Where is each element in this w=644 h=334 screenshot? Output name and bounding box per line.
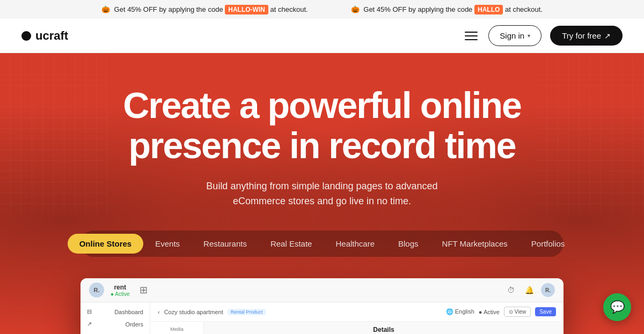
orders-icon: ↗: [87, 321, 92, 328]
header: ucraft Sign in ▾ Try for free ↗: [0, 19, 644, 53]
app-store-name: rent: [111, 284, 130, 291]
hero-section: Create a powerful online presence in rec…: [0, 53, 644, 334]
form-title: Details: [208, 326, 559, 333]
try-free-label: Try for free: [562, 31, 601, 40]
app-header-left: R. rent ● Active ⊞: [89, 283, 151, 298]
app-form-area: Media Details Booking Info Filter for re…: [150, 322, 564, 334]
hero-title: Create a powerful online presence in rec…: [107, 85, 537, 166]
sidebar-item-orders[interactable]: ↗ Orders: [80, 318, 150, 330]
tab-online-stores[interactable]: Online Stores: [68, 234, 144, 254]
chat-icon: 💬: [610, 300, 625, 314]
breadcrumb-actions: 🌐 English ● Active ⊙ View Save: [446, 307, 556, 317]
status-selector[interactable]: ● Active: [479, 309, 500, 315]
app-header: R. rent ● Active ⊞ ⏱ 🔔 R.: [80, 278, 564, 302]
form-sidebar-media[interactable]: Media: [153, 325, 200, 333]
sidebar-dashboard-label: Dashboard: [114, 309, 143, 315]
app-sidebar: ⊟ Dashboard ↗ Orders ◈ Products ⊞ Item M…: [80, 302, 150, 334]
app-store-avatar: R.: [89, 283, 104, 298]
category-tabs: Online Stores Events Restaurants Real Es…: [80, 231, 564, 257]
tab-nft-marketplaces[interactable]: NFT Marketplaces: [430, 234, 519, 254]
tab-restaurants[interactable]: Restaurants: [192, 234, 259, 254]
app-preview: R. rent ● Active ⊞ ⏱ 🔔 R. ⊟ Dashboard: [80, 278, 564, 334]
sidebar-orders-label: Orders: [125, 321, 143, 328]
hamburger-line-2: [465, 35, 478, 36]
logo-text: ucraft: [35, 29, 68, 43]
app-content: ⊟ Dashboard ↗ Orders ◈ Products ⊞ Item M…: [80, 302, 564, 334]
menu-button[interactable]: [463, 29, 480, 42]
promo-banner: 🎃 Get 45% OFF by applying the code HALLO…: [0, 0, 644, 19]
hamburger-line-1: [465, 32, 478, 33]
promo-text-1: 🎃 Get 45% OFF by applying the code HALLO…: [101, 5, 308, 13]
lang-selector[interactable]: 🌐 English: [446, 308, 474, 315]
bell-icon[interactable]: 🔔: [523, 284, 536, 296]
chevron-down-icon: ▾: [528, 33, 530, 39]
app-store-info: rent ● Active: [111, 284, 130, 297]
tab-portfolios[interactable]: Portfolios: [519, 234, 577, 254]
tab-healthcare[interactable]: Healthcare: [324, 234, 386, 254]
clock-icon[interactable]: ⏱: [504, 284, 517, 296]
arrow-icon: ↗: [604, 32, 611, 40]
sidebar-item-products[interactable]: ◈ Products: [80, 330, 150, 334]
tab-events[interactable]: Events: [143, 234, 192, 254]
promo-emoji-1: 🎃: [101, 5, 110, 13]
product-badge: Rental Product: [228, 309, 266, 315]
sidebar-item-dashboard[interactable]: ⊟ Dashboard: [80, 306, 150, 318]
sign-in-button[interactable]: Sign in ▾: [488, 25, 541, 46]
try-free-button[interactable]: Try for free ↗: [550, 26, 623, 46]
sign-in-label: Sign in: [500, 31, 524, 40]
dashboard-icon: ⊟: [87, 308, 92, 315]
promo-emoji-2: 🎃: [351, 5, 360, 13]
app-grid-icon[interactable]: ⊞: [136, 283, 151, 298]
app-main: ‹ Cozy studio apartment Rental Product 🌐…: [150, 302, 564, 334]
promo-code-1: HALLO-WIN: [225, 5, 268, 14]
header-actions: Sign in ▾ Try for free ↗: [463, 25, 623, 46]
logo-icon: [21, 31, 31, 41]
tab-real-estate[interactable]: Real Estate: [259, 234, 324, 254]
tab-blogs[interactable]: Blogs: [386, 234, 430, 254]
chat-button[interactable]: 💬: [603, 293, 631, 321]
app-user-avatar[interactable]: R.: [541, 283, 555, 297]
view-button[interactable]: ⊙ View: [504, 307, 531, 317]
breadcrumb-back-icon: ‹: [158, 309, 160, 315]
promo-text-2: 🎃 Get 45% OFF by applying the code HALLO…: [351, 5, 543, 13]
app-form-sidebar: Media Details Booking Info Filter for re…: [150, 322, 204, 334]
app-form-main: Details * Name (en) * Price: [204, 322, 564, 334]
logo[interactable]: ucraft: [21, 29, 68, 43]
promo-code-2: HALLO: [474, 5, 503, 14]
app-breadcrumb: ‹ Cozy studio apartment Rental Product 🌐…: [150, 302, 564, 322]
breadcrumb-title: Cozy studio apartment: [164, 309, 223, 315]
hamburger-line-3: [465, 39, 478, 40]
hero-subtitle: Build anything from simple landing pages…: [188, 179, 456, 210]
app-store-status: ● Active: [111, 291, 130, 297]
app-header-right: ⏱ 🔔 R.: [504, 283, 555, 297]
save-button[interactable]: Save: [535, 307, 556, 316]
